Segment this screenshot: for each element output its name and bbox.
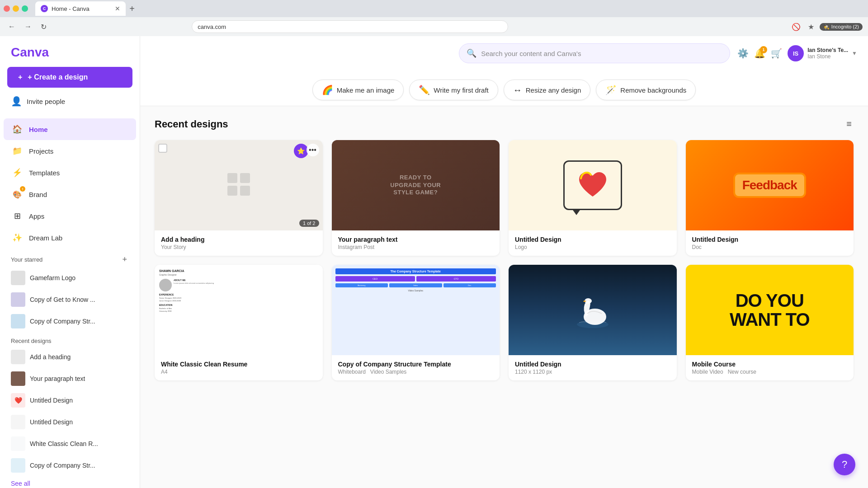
notifications-button[interactable]: 🔔 1 bbox=[754, 48, 765, 59]
card-more-button[interactable]: ••• bbox=[307, 144, 319, 156]
design-card-course[interactable]: DO YOUWANT TO Mobile Course Mobile Video… bbox=[686, 265, 854, 380]
starred-item-gamefarm[interactable]: Gamefarm Logo bbox=[4, 267, 136, 289]
design-card-feedback[interactable]: Feedback Untitled Design Doc bbox=[686, 140, 854, 256]
svg-rect-0 bbox=[227, 173, 237, 183]
recent-item-untitled1[interactable]: ❤️ Untitled Design bbox=[4, 389, 136, 411]
user-team: Ian Stone bbox=[807, 53, 848, 60]
sidebar-item-templates[interactable]: ⚡ Templates bbox=[4, 162, 136, 183]
back-button[interactable]: ← bbox=[5, 21, 18, 33]
bookmark-icon[interactable]: ★ bbox=[806, 21, 816, 33]
help-button[interactable]: ? bbox=[834, 454, 855, 475]
section-title: Recent designs bbox=[155, 118, 228, 130]
design-card-logo[interactable]: Untitled Design Logo bbox=[509, 140, 677, 256]
sidebar-item-projects[interactable]: 📁 Projects bbox=[4, 140, 136, 162]
camera-off-icon[interactable]: 🚫 bbox=[790, 21, 802, 33]
design-card-swan[interactable]: Untitled Design 1120 x 1120 px bbox=[509, 265, 677, 380]
design-card-resume[interactable]: SHAWN GARCIA Graphic Designer ABOUT ME L… bbox=[155, 265, 323, 380]
ai-pill-image[interactable]: 🌈 Make me an image bbox=[312, 80, 404, 100]
starred-add-button[interactable]: + bbox=[120, 254, 129, 265]
recent-item-untitled2[interactable]: Untitled Design bbox=[4, 411, 136, 433]
resize-pill-label: Resize any design bbox=[526, 86, 581, 94]
design-card-whiteboard[interactable]: The Company Structure Template CEO CTO M… bbox=[332, 265, 500, 380]
view-toggle-button[interactable]: ≡ bbox=[844, 117, 854, 131]
tab-favicon: C bbox=[41, 5, 48, 12]
sidebar-item-dreamlab[interactable]: ✨ Dream Lab bbox=[4, 227, 136, 249]
nav-bar: ← → ↻ canva.com 🚫 ★ 🕵 Incognito (2) bbox=[0, 17, 868, 36]
design-card-story[interactable]: ⭐ ••• 1 of 2 Add a bbox=[155, 140, 323, 256]
settings-button[interactable]: ⚙️ bbox=[737, 48, 749, 59]
see-all-button[interactable]: See all bbox=[11, 478, 129, 488]
sidebar-item-projects-label: Projects bbox=[29, 147, 53, 155]
swan-svg bbox=[570, 287, 615, 333]
ai-pill-resize[interactable]: ↔️ Resize any design bbox=[504, 80, 591, 100]
sidebar-item-apps[interactable]: ⊞ Apps bbox=[4, 205, 136, 227]
user-profile[interactable]: IS Ian Stone's Te... Ian Stone ▼ bbox=[788, 45, 857, 61]
card-title: Mobile Course bbox=[692, 361, 848, 368]
content-area: Recent designs ≡ ⭐ ••• bbox=[140, 106, 868, 391]
paragraph-thumb bbox=[11, 371, 25, 386]
projects-icon: 📁 bbox=[11, 145, 24, 157]
draft-pill-icon: ✏️ bbox=[419, 84, 430, 95]
address-bar[interactable]: canva.com bbox=[192, 20, 508, 33]
sidebar-item-templates-label: Templates bbox=[29, 169, 60, 177]
apps-icon: ⊞ bbox=[11, 210, 24, 222]
search-placeholder: Search your content and Canva's bbox=[481, 50, 581, 57]
card-info: Your paragraph text Instagram Post bbox=[332, 230, 500, 256]
forward-button[interactable]: → bbox=[22, 21, 34, 33]
incognito-label: Incognito (2) bbox=[831, 24, 859, 29]
new-tab-button[interactable]: + bbox=[126, 2, 138, 15]
nav-icons-right: 🚫 ★ 🕵 Incognito (2) bbox=[790, 21, 863, 33]
sidebar-item-home[interactable]: 🏠 Home bbox=[4, 118, 136, 140]
section-header: Recent designs ≡ bbox=[155, 117, 854, 131]
design-card-instagram[interactable]: READY TOUPGRADE YOURSTYLE GAME? Your par… bbox=[332, 140, 500, 256]
card-info: Copy of Company Structure Template White… bbox=[332, 355, 500, 380]
maximize-window-button[interactable] bbox=[22, 5, 28, 12]
window-controls bbox=[4, 5, 28, 12]
ai-pill-backgrounds[interactable]: 🪄 Remove backgrounds bbox=[596, 80, 696, 100]
invite-people-button[interactable]: 👤 Invite people bbox=[7, 91, 132, 111]
card-star-button[interactable]: ⭐ bbox=[294, 144, 308, 158]
card-title: Untitled Design bbox=[515, 236, 670, 243]
minimize-window-button[interactable] bbox=[13, 5, 19, 12]
card-title: Untitled Design bbox=[692, 236, 848, 243]
brand-icon: 🎨 ! bbox=[11, 188, 24, 201]
gamefarm-label: Gamefarm Logo bbox=[30, 274, 75, 282]
card-meta: A4 bbox=[161, 369, 316, 375]
recent-item-heading[interactable]: Add a heading bbox=[4, 346, 136, 368]
invite-icon: 👤 bbox=[11, 96, 22, 107]
recent-item-company2[interactable]: Copy of Company Str... bbox=[4, 455, 136, 476]
card-meta: Instagram Post bbox=[338, 244, 494, 250]
starred-item-gettoknow[interactable]: Copy of Get to Know ... bbox=[4, 289, 136, 310]
browser-chrome: C Home - Canva ✕ + ← → ↻ canva.com 🚫 ★ 🕵… bbox=[0, 0, 868, 36]
recent-item-paragraph[interactable]: Your paragraph text bbox=[4, 368, 136, 389]
active-tab[interactable]: C Home - Canva ✕ bbox=[35, 1, 126, 16]
dreamlab-icon: ✨ bbox=[11, 231, 24, 244]
logo-thumb bbox=[509, 140, 677, 230]
company2-thumb bbox=[11, 458, 25, 473]
card-info: White Classic Clean Resume A4 bbox=[155, 355, 323, 380]
header-actions: ⚙️ 🔔 1 🛒 IS Ian Stone's Te... Ian Stone … bbox=[737, 45, 857, 61]
tab-close-button[interactable]: ✕ bbox=[115, 5, 120, 12]
avatar: IS bbox=[788, 45, 804, 61]
invite-label: Invite people bbox=[27, 98, 65, 105]
shopping-cart-button[interactable]: 🛒 bbox=[771, 48, 782, 59]
instagram-thumb: READY TOUPGRADE YOURSTYLE GAME? bbox=[332, 140, 500, 230]
card-select-checkbox[interactable] bbox=[158, 144, 167, 153]
whiteboard-thumb: The Company Structure Template CEO CTO M… bbox=[332, 265, 500, 355]
backgrounds-pill-icon: 🪄 bbox=[605, 84, 617, 95]
recent-item-resume[interactable]: White Classic Clean R... bbox=[4, 433, 136, 455]
starred-item-company[interactable]: Copy of Company Str... bbox=[4, 310, 136, 332]
incognito-badge[interactable]: 🕵 Incognito (2) bbox=[820, 23, 863, 31]
main-content: 🔍 Search your content and Canva's ⚙️ 🔔 1… bbox=[140, 36, 868, 488]
close-window-button[interactable] bbox=[4, 5, 10, 12]
sidebar-item-apps-label: Apps bbox=[29, 212, 44, 220]
card-title: Copy of Company Structure Template bbox=[338, 361, 494, 368]
ai-pill-draft[interactable]: ✏️ Write my first draft bbox=[409, 80, 498, 100]
gettoknow-thumb bbox=[11, 292, 25, 307]
create-design-button[interactable]: + + Create a design bbox=[7, 67, 132, 88]
canva-logo[interactable]: Canva bbox=[0, 36, 140, 67]
sidebar-item-brand[interactable]: 🎨 ! Brand bbox=[4, 183, 136, 205]
search-bar[interactable]: 🔍 Search your content and Canva's bbox=[459, 43, 730, 63]
reload-button[interactable]: ↻ bbox=[38, 21, 49, 33]
resume-thumb bbox=[11, 436, 25, 451]
